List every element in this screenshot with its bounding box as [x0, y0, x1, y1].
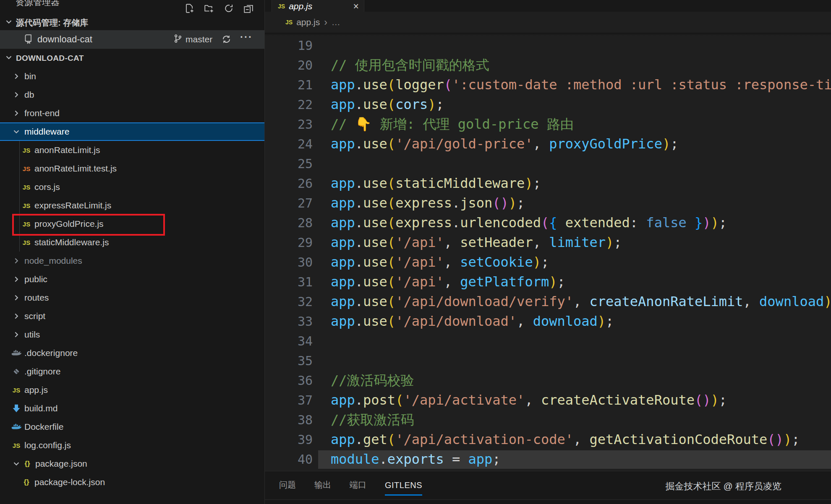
code-line-36: 36//激活码校验 [265, 371, 831, 390]
panel-tab-GITLENS[interactable]: GITLENS [385, 481, 422, 496]
code-line-34: 34 [265, 331, 831, 351]
code-line-21: 21app.use(logger(':custom-date :method :… [265, 75, 831, 95]
tree-item-label: build.md [24, 403, 57, 413]
panel-tab-端口[interactable]: 端口 [350, 479, 366, 491]
tree-item-expressRateLimit.js[interactable]: JSexpressRateLimit.js [0, 196, 264, 215]
tree-item-routes[interactable]: routes [0, 288, 264, 307]
line-number: 38 [265, 410, 313, 430]
files-header-actions [184, 3, 253, 15]
branch-name: master [186, 34, 212, 44]
whale-file-icon [11, 421, 22, 432]
chevron-down-icon [11, 458, 22, 469]
tree-item-label: log.config.js [24, 440, 71, 450]
collapse-all-icon[interactable] [243, 3, 253, 15]
js-file-icon: JS [21, 182, 32, 192]
tree-item-app.js[interactable]: JSapp.js [0, 381, 264, 399]
refresh-icon[interactable] [224, 3, 234, 15]
line-number: 23 [265, 114, 313, 134]
panel-tab-输出[interactable]: 输出 [314, 479, 331, 491]
new-file-icon[interactable] [184, 3, 194, 15]
tree-item-log.config.js[interactable]: JSlog.config.js [0, 436, 264, 455]
line-number: 29 [265, 233, 313, 252]
chevron-down-icon [4, 53, 13, 64]
tree-item-package-lock.json[interactable]: {}package-lock.json [0, 473, 264, 491]
more-actions-icon[interactable]: ··· [240, 31, 253, 43]
code-line-33: 33app.use('/api/download', download); [265, 312, 831, 331]
panel-tab-问题[interactable]: 问题 [279, 479, 296, 491]
code-line-22: 22app.use(cors); [265, 95, 831, 114]
tree-item-label: package.json [35, 459, 87, 469]
tree-item-label: app.js [24, 385, 48, 395]
line-number: 36 [265, 371, 313, 390]
line-number: 33 [265, 312, 313, 331]
tree-item-label: proxyGoldPrice.js [34, 219, 104, 229]
code-text: app.use('/api', getPlatform); [331, 272, 565, 292]
tree-item-.dockerignore[interactable]: .dockerignore [0, 344, 264, 362]
tree-item-db[interactable]: db [0, 86, 264, 104]
tree-item-script[interactable]: script [0, 307, 264, 325]
tree-item-utils[interactable]: utils [0, 325, 264, 344]
chevron-right-icon [11, 274, 22, 285]
tree-item-package.json[interactable]: {}package.json [0, 455, 264, 473]
code-line-25: 25 [265, 154, 831, 174]
tree-item-cors.js[interactable]: JScors.js [0, 178, 264, 196]
braces-file-icon: {} [22, 458, 33, 469]
code-text: app.use(express.urlencoded({ extended: f… [331, 213, 727, 233]
code-line-30: 30app.use('/api', setCookie); [265, 252, 831, 272]
code-line-29: 29app.use('/api', setHeader, limiter); [265, 233, 831, 252]
tree-item-label: expressRateLimit.js [34, 200, 111, 210]
scm-section-label: 源代码管理: 存储库 [16, 17, 88, 29]
code-text: app.use(express.json()); [331, 193, 525, 213]
scm-section-header[interactable]: 源代码管理: 存储库 [0, 15, 264, 30]
new-folder-icon[interactable] [204, 3, 214, 15]
js-file-icon: JS [11, 440, 22, 451]
js-file-icon: JS [11, 384, 22, 395]
tree-item-node_modules[interactable]: node_modules [0, 252, 264, 270]
tree-item-anonRateLimit.js[interactable]: JSanonRateLimit.js [0, 141, 264, 159]
tree-item-bin[interactable]: bin [0, 67, 264, 86]
tree-item-anonRateLimit.test.js[interactable]: JSanonRateLimit.test.js [0, 159, 264, 178]
code-line-32: 32app.use('/api/download/verify', create… [265, 292, 831, 312]
code-line-20: 20// 使用包含时间戳的格式 [265, 55, 831, 75]
line-number: 22 [265, 95, 313, 114]
tree-item-label: db [24, 90, 34, 100]
code-text: app.use('/api', setCookie); [331, 252, 549, 272]
chevron-right-icon [11, 329, 22, 340]
js-file-icon: JS [21, 145, 32, 156]
tree-item-build.md[interactable]: build.md [0, 399, 264, 418]
code-text: app.use(logger(':custom-date :method :ur… [331, 75, 831, 95]
panel-divider [265, 499, 831, 500]
branch-indicator[interactable]: master [173, 34, 212, 45]
sidebar-editor-divider[interactable] [264, 0, 265, 504]
whale-gray-file-icon [11, 348, 22, 359]
tree-item-label: Dockerfile [24, 422, 63, 432]
tree-item-label: cors.js [34, 182, 60, 192]
line-number: 26 [265, 174, 313, 193]
git-file-icon [11, 366, 22, 377]
bottom-panel: 问题输出端口GITLENS 掘金技术社区 @ 程序员凌览 [265, 471, 831, 504]
tree-item-proxyGoldPrice.js[interactable]: JSproxyGoldPrice.js [0, 215, 264, 233]
tree-item-label: public [24, 274, 47, 284]
sync-icon[interactable] [222, 34, 231, 46]
line-number: 37 [265, 390, 313, 410]
jso-file-icon: JS [21, 163, 32, 174]
code-text: app.use('/api/gold-price', proxyGoldPric… [331, 134, 678, 154]
tree-item-.gitignore[interactable]: .gitignore [0, 362, 264, 381]
tree-item-middleware[interactable]: middleware [0, 122, 264, 141]
scm-repo-row[interactable]: download-cat master ··· [0, 30, 264, 49]
panel-tab-strip: 问题输出端口GITLENS [279, 471, 422, 499]
watermark-text: 掘金技术社区 @ 程序员凌览 [665, 480, 781, 493]
chevron-down-icon [11, 126, 22, 137]
code-line-35: 35 [265, 351, 831, 371]
chevron-right-icon [11, 71, 22, 82]
code-text: //获取激活码 [331, 410, 414, 430]
tree-item-Dockerfile[interactable]: Dockerfile [0, 418, 264, 436]
tree-item-staticMiddleware.js[interactable]: JSstaticMiddleware.js [0, 233, 264, 252]
tree-item-public[interactable]: public [0, 270, 264, 288]
js-file-icon: JS [21, 237, 32, 248]
line-number: 25 [265, 154, 313, 174]
code-text: app.post('/api/activate', createActivate… [331, 390, 727, 410]
repo-name: download-cat [37, 34, 92, 45]
files-section-header[interactable]: DOWNLOAD-CAT [0, 49, 264, 68]
tree-item-front-end[interactable]: front-end [0, 104, 264, 122]
